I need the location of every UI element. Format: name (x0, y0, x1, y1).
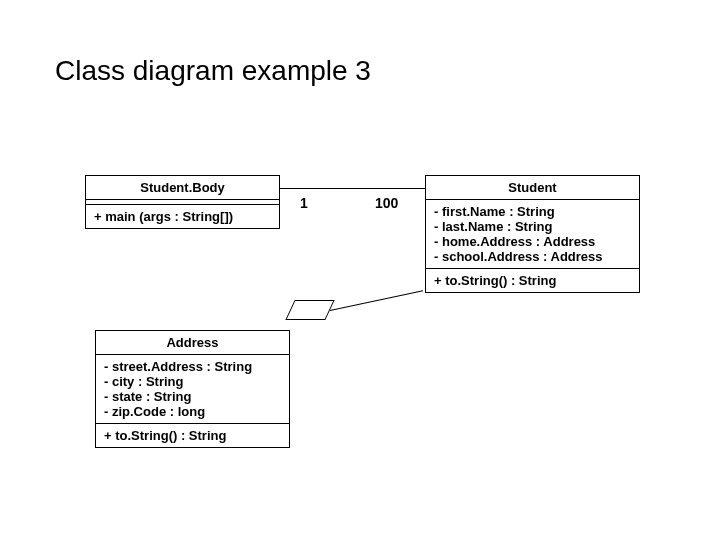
attr-row: - city : String (104, 374, 281, 389)
method-row: + to.String() : String (434, 273, 631, 288)
class-name: Address (96, 331, 289, 355)
class-address: Address - street.Address : String - city… (95, 330, 290, 448)
class-student: Student - first.Name : String - last.Nam… (425, 175, 640, 293)
class-name: Student (426, 176, 639, 200)
class-attrs: - street.Address : String - city : Strin… (96, 355, 289, 424)
class-methods: + to.String() : String (96, 424, 289, 447)
multiplicity-right: 100 (375, 195, 398, 211)
attr-row: - school.Address : Address (434, 249, 631, 264)
attr-row: - home.Address : Address (434, 234, 631, 249)
note-connector (330, 290, 423, 311)
class-methods: + main (args : String[]) (86, 205, 279, 228)
note-icon (285, 300, 334, 320)
class-name: Student.Body (86, 176, 279, 200)
attr-row: - last.Name : String (434, 219, 631, 234)
assoc-line (280, 188, 425, 189)
attr-row: - street.Address : String (104, 359, 281, 374)
attr-row: - zip.Code : long (104, 404, 281, 419)
class-studentbody: Student.Body + main (args : String[]) (85, 175, 280, 229)
method-row: + main (args : String[]) (94, 209, 271, 224)
page-title: Class diagram example 3 (55, 55, 371, 87)
multiplicity-left: 1 (300, 195, 308, 211)
attr-row: - state : String (104, 389, 281, 404)
method-row: + to.String() : String (104, 428, 281, 443)
class-attrs: - first.Name : String - last.Name : Stri… (426, 200, 639, 269)
class-methods: + to.String() : String (426, 269, 639, 292)
attr-row: - first.Name : String (434, 204, 631, 219)
